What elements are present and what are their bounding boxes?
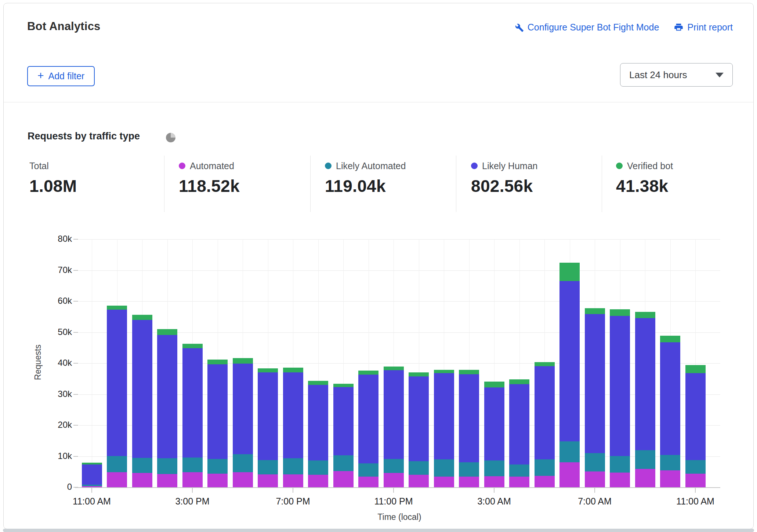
bar-segment-verified-bot[interactable]: [509, 379, 529, 384]
bar-segment-likely-human[interactable]: [635, 318, 655, 451]
bar-segment-likely-automated[interactable]: [635, 450, 655, 469]
bar-segment-likely-automated[interactable]: [535, 459, 555, 476]
bar-segment-likely-automated[interactable]: [258, 460, 278, 475]
stat-automated[interactable]: Automated118.52k: [179, 160, 240, 196]
bar-segment-likely-automated[interactable]: [333, 455, 354, 471]
bar-segment-verified-bot[interactable]: [233, 358, 253, 364]
bar-segment-automated[interactable]: [157, 474, 177, 487]
bar-6-00-am[interactable]: [559, 263, 580, 487]
bar-segment-automated[interactable]: [233, 472, 253, 487]
bar-11-00-pm[interactable]: [384, 367, 404, 487]
bar-segment-automated[interactable]: [559, 462, 580, 487]
bar-6-00-pm[interactable]: [258, 368, 278, 487]
bar-segment-automated[interactable]: [358, 477, 378, 487]
bar-segment-verified-bot[interactable]: [358, 371, 378, 375]
bar-segment-likely-automated[interactable]: [132, 458, 152, 473]
bar-5-00-am[interactable]: [535, 362, 555, 487]
bar-segment-verified-bot[interactable]: [384, 367, 404, 370]
bar-segment-likely-human[interactable]: [82, 464, 102, 485]
bar-segment-likely-human[interactable]: [182, 348, 203, 458]
bar-3-00-am[interactable]: [484, 382, 504, 487]
bar-12-00-pm[interactable]: [107, 306, 127, 487]
bar-segment-likely-automated[interactable]: [559, 441, 580, 463]
bar-segment-likely-human[interactable]: [132, 320, 152, 458]
bar-segment-automated[interactable]: [384, 473, 404, 487]
bar-segment-verified-bot[interactable]: [283, 368, 303, 372]
bar-segment-likely-human[interactable]: [233, 364, 253, 455]
bar-segment-likely-human[interactable]: [685, 373, 706, 460]
bar-segment-likely-human[interactable]: [333, 387, 354, 455]
bar-segment-likely-automated[interactable]: [308, 460, 328, 475]
bar-segment-likely-automated[interactable]: [484, 460, 504, 477]
bar-segment-likely-human[interactable]: [157, 335, 177, 458]
bar-9-00-am[interactable]: [635, 312, 655, 487]
bar-segment-automated[interactable]: [308, 475, 328, 487]
bar-segment-likely-human[interactable]: [484, 387, 504, 460]
bar-segment-verified-bot[interactable]: [559, 263, 580, 281]
bar-8-00-am[interactable]: [610, 309, 630, 487]
bar-segment-likely-human[interactable]: [207, 364, 228, 459]
bar-segment-automated[interactable]: [635, 469, 655, 487]
bar-segment-verified-bot[interactable]: [207, 360, 228, 364]
bar-segment-likely-automated[interactable]: [358, 463, 378, 477]
bar-segment-likely-human[interactable]: [434, 373, 454, 459]
bar-segment-likely-human[interactable]: [610, 316, 630, 456]
bar-segment-likely-automated[interactable]: [409, 461, 429, 475]
bar-segment-likely-human[interactable]: [585, 314, 605, 453]
bar-segment-automated[interactable]: [535, 476, 555, 487]
bar-segment-verified-bot[interactable]: [409, 372, 429, 376]
bar-segment-likely-automated[interactable]: [384, 459, 404, 473]
bar-12-00-am[interactable]: [409, 372, 429, 487]
bar-segment-automated[interactable]: [283, 474, 303, 488]
bar-segment-likely-human[interactable]: [258, 372, 278, 460]
bar-segment-automated[interactable]: [685, 474, 706, 487]
bar-segment-likely-human[interactable]: [308, 385, 328, 460]
bar-segment-automated[interactable]: [459, 477, 479, 487]
bar-segment-likely-automated[interactable]: [685, 460, 706, 474]
bar-segment-automated[interactable]: [585, 471, 605, 487]
bar-segment-verified-bot[interactable]: [459, 370, 479, 374]
bar-segment-likely-automated[interactable]: [509, 464, 529, 477]
bar-segment-likely-human[interactable]: [559, 281, 580, 441]
bar-segment-likely-automated[interactable]: [107, 456, 127, 472]
bar-segment-verified-bot[interactable]: [484, 382, 504, 387]
bar-segment-likely-human[interactable]: [660, 342, 680, 455]
bar-1-00-pm[interactable]: [132, 315, 152, 487]
bar-segment-likely-automated[interactable]: [434, 459, 454, 477]
bar-segment-automated[interactable]: [333, 471, 354, 487]
bar-5-00-pm[interactable]: [233, 358, 253, 487]
bar-segment-likely-automated[interactable]: [157, 458, 177, 474]
stat-verified-bot[interactable]: Verified bot41.38k: [616, 160, 673, 196]
bar-segment-likely-human[interactable]: [459, 374, 479, 462]
bar-11-00-am[interactable]: [82, 463, 102, 487]
print-report-link[interactable]: Print report: [674, 22, 733, 33]
bar-segment-automated[interactable]: [207, 474, 228, 487]
bar-2-00-am[interactable]: [459, 370, 479, 487]
configure-super-bot-fight-mode-link[interactable]: Configure Super Bot Fight Mode: [514, 22, 659, 33]
bar-segment-likely-human[interactable]: [535, 366, 555, 459]
bar-4-00-pm[interactable]: [207, 360, 228, 487]
stat-likely-human[interactable]: Likely Human802.56k: [471, 160, 537, 196]
bar-segment-automated[interactable]: [82, 486, 102, 487]
bar-segment-likely-human[interactable]: [107, 310, 127, 456]
bar-3-00-pm[interactable]: [182, 344, 203, 487]
bar-11-00-am[interactable]: [685, 365, 706, 487]
bar-segment-verified-bot[interactable]: [132, 315, 152, 320]
bar-segment-verified-bot[interactable]: [157, 329, 177, 335]
bar-segment-verified-bot[interactable]: [635, 312, 655, 318]
bar-segment-verified-bot[interactable]: [333, 384, 354, 387]
bar-segment-likely-automated[interactable]: [233, 454, 253, 472]
bar-2-00-pm[interactable]: [157, 329, 177, 487]
bar-segment-automated[interactable]: [107, 472, 127, 487]
bar-segment-verified-bot[interactable]: [308, 381, 328, 385]
bar-segment-likely-human[interactable]: [509, 384, 529, 465]
bar-segment-likely-automated[interactable]: [585, 453, 605, 471]
bar-segment-verified-bot[interactable]: [107, 306, 127, 310]
bar-segment-automated[interactable]: [434, 477, 454, 487]
bar-segment-verified-bot[interactable]: [258, 368, 278, 372]
bar-segment-verified-bot[interactable]: [610, 309, 630, 316]
bar-segment-verified-bot[interactable]: [585, 308, 605, 314]
bar-9-00-pm[interactable]: [333, 384, 354, 487]
bar-segment-verified-bot[interactable]: [685, 365, 706, 373]
bar-segment-likely-automated[interactable]: [610, 456, 630, 473]
